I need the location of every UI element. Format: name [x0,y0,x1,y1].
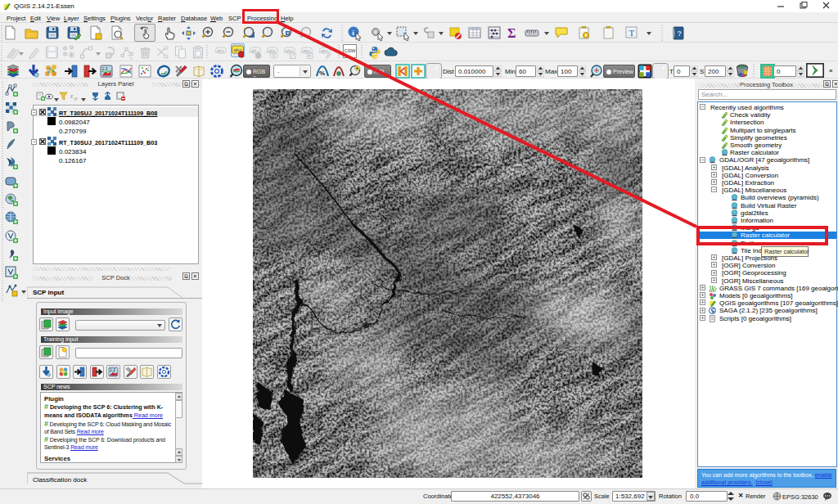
svg-text:abc: abc [321,48,328,53]
svg-text:1:2: 1:2 [110,367,115,372]
svg-text:T: T [629,28,635,38]
svg-text:abc: abc [217,48,224,53]
svg-text:ab: ab [251,48,256,53]
svg-text:?: ? [678,29,683,38]
svg-text:Σ: Σ [507,26,516,40]
svg-text:1:2: 1:2 [102,66,108,71]
svg-text:abc: abc [303,48,310,53]
svg-text:abc: abc [268,48,276,53]
svg-text:μ: μ [74,96,78,101]
svg-text:%: % [319,70,325,77]
svg-text:ε: ε [70,92,74,100]
svg-text:abc: abc [286,48,293,53]
